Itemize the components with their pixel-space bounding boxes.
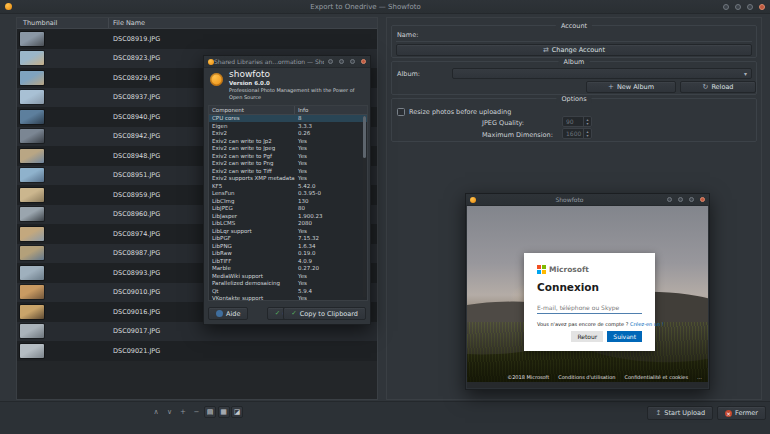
back-button[interactable]: Retour xyxy=(571,331,603,342)
component-row[interactable]: Exiv2 can write to Jp2 Yes xyxy=(209,137,367,145)
change-account-button[interactable]: ⇄ Change Account xyxy=(396,44,752,56)
load-list-button[interactable]: ▤ xyxy=(204,406,216,418)
maximize-button[interactable] xyxy=(747,4,753,10)
column-header-info[interactable]: Info xyxy=(295,107,367,113)
component-row[interactable]: Parallelized demosaicing Yes xyxy=(209,280,367,288)
file-thumbnail xyxy=(20,129,44,143)
footer-link[interactable]: Confidentialité et cookies xyxy=(624,374,688,380)
file-row[interactable]: DSC08919.JPG xyxy=(17,29,377,49)
main-window-title: Export to Onedrive — Showfoto xyxy=(12,3,719,11)
component-info: 1.6.34 xyxy=(295,243,367,249)
save-list-button[interactable]: ▦ xyxy=(218,406,230,418)
spinner-arrows-icon[interactable]: ▴▾ xyxy=(583,129,591,138)
component-row[interactable]: Exiv2 supports XMP metadata Yes xyxy=(209,175,367,183)
move-up-button[interactable]: ∧ xyxy=(150,406,162,418)
component-row[interactable]: Exiv2 0.26 xyxy=(209,130,367,138)
close-button[interactable] xyxy=(700,197,705,202)
maximize-button[interactable] xyxy=(689,197,694,202)
help-button[interactable] xyxy=(667,197,672,202)
jpeg-quality-value: 90 xyxy=(563,118,583,125)
main-titlebar[interactable]: Export to Onedrive — Showfoto xyxy=(0,0,770,14)
clear-list-button[interactable]: ◪ xyxy=(231,406,243,418)
help-button[interactable] xyxy=(723,4,729,10)
help-aide-button[interactable]: Aide xyxy=(208,307,248,320)
component-row[interactable]: VKontakte support Yes xyxy=(209,295,367,303)
file-row[interactable]: DSC09021.JPG xyxy=(17,341,377,361)
new-album-button[interactable]: + New Album xyxy=(586,81,676,93)
minimize-button[interactable] xyxy=(735,4,741,10)
component-row[interactable]: Exiv2 can write to Tiff Yes xyxy=(209,167,367,175)
thumbnail-cell xyxy=(17,266,109,280)
component-row[interactable]: LensFun 0.3.95-0 xyxy=(209,190,367,198)
album-label: Album: xyxy=(397,70,420,78)
signup-text: Vous n'avez pas encore de compte ? xyxy=(537,321,628,327)
scrollbar-thumb[interactable] xyxy=(363,116,366,158)
file-name: DSC08937.JPG xyxy=(109,93,160,101)
jpeg-quality-spinner[interactable]: 90 ▴▾ xyxy=(562,116,592,127)
email-input[interactable] xyxy=(537,302,642,314)
component-row[interactable]: LibJasper 1.900.23 xyxy=(209,212,367,220)
fermer-button[interactable]: × Fermer xyxy=(717,406,766,420)
next-button[interactable]: Suivant xyxy=(607,331,642,342)
component-row[interactable]: LibPNG 1.6.34 xyxy=(209,242,367,250)
component-row[interactable]: Exiv2 can write to Jpeg Yes xyxy=(209,145,367,153)
export-to-onedrive-window: Export to Onedrive — Showfoto Thumbnail … xyxy=(0,0,770,434)
add-item-button[interactable]: + xyxy=(177,406,189,418)
minimize-button[interactable] xyxy=(678,197,683,202)
reload-icon: ↻ xyxy=(703,84,709,91)
table-scrollbar[interactable] xyxy=(363,116,366,298)
file-name: DSC08960.JPG xyxy=(109,210,160,218)
max-dimension-spinner[interactable]: 1600 ▴▾ xyxy=(562,128,592,139)
component-row[interactable]: LibJPEG 80 xyxy=(209,205,367,213)
resize-checkbox[interactable] xyxy=(397,108,405,116)
close-button[interactable] xyxy=(759,4,765,10)
component-info: 80 xyxy=(295,205,367,211)
component-row[interactable]: LibTIFF 4.0.9 xyxy=(209,257,367,265)
component-info: 3.3.3 xyxy=(295,123,367,129)
footer-link[interactable]: Conditions d'utilisation xyxy=(558,374,615,380)
component-info: Yes xyxy=(295,228,367,234)
maximize-button[interactable] xyxy=(350,59,355,64)
component-row[interactable]: LibLCMS 2080 xyxy=(209,220,367,228)
file-name: DSC08951.JPG xyxy=(109,171,160,179)
close-button[interactable] xyxy=(361,59,366,64)
move-down-button[interactable]: ∨ xyxy=(164,406,176,418)
file-name: DSC08942.JPG xyxy=(109,132,160,140)
remove-item-button[interactable]: − xyxy=(191,406,203,418)
component-row[interactable]: KF5 5.42.0 xyxy=(209,182,367,190)
ms-window-titlebar[interactable]: Showfoto xyxy=(466,194,709,206)
component-info: 5.42.0 xyxy=(295,183,367,189)
component-row[interactable]: Qt 5.9.4 xyxy=(209,287,367,295)
spinner-arrows-icon[interactable]: ▴▾ xyxy=(583,117,591,126)
column-header-filename[interactable]: File Name xyxy=(109,19,377,27)
component-info: Yes xyxy=(295,168,367,174)
component-row[interactable]: LibPGF 7.15.32 xyxy=(209,235,367,243)
start-upload-button[interactable]: ↥ Start Upload xyxy=(647,406,713,420)
file-name: DSC08987.JPG xyxy=(109,249,160,257)
footer-link[interactable]: ©2018 Microsoft xyxy=(507,374,549,380)
copy-to-clipboard-button[interactable]: ✓ Copy to Clipboard xyxy=(283,307,366,320)
component-row[interactable]: MediaWiki support Yes xyxy=(209,272,367,280)
component-row[interactable]: LibCImg 130 xyxy=(209,197,367,205)
components-table-body: CPU cores 8 Eigen 3.3.3 Exiv2 0.26 Exiv2… xyxy=(209,115,367,303)
component-row[interactable]: Exiv2 can write to Pgf Yes xyxy=(209,152,367,160)
help-button[interactable] xyxy=(328,59,333,64)
album-combobox[interactable]: ▾ xyxy=(452,68,752,79)
component-row[interactable]: Exiv2 can write to Png Yes xyxy=(209,160,367,168)
thumbnail-cell xyxy=(17,110,109,124)
component-row[interactable]: Marble 0.27.20 xyxy=(209,265,367,273)
column-header-thumbnail[interactable]: Thumbnail xyxy=(17,18,109,28)
signup-link[interactable]: Créez-en un ! xyxy=(630,321,664,327)
reload-button[interactable]: ↻ Reload xyxy=(680,81,756,93)
component-row[interactable]: CPU cores 8 xyxy=(209,115,367,123)
main-window-controls xyxy=(723,4,765,10)
component-info: 0.26 xyxy=(295,130,367,136)
about-dialog-titlebar[interactable]: Shared Libraries an...ormation — Showfot… xyxy=(204,56,370,68)
component-row[interactable]: LibLqr support Yes xyxy=(209,227,367,235)
minimize-button[interactable] xyxy=(339,59,344,64)
max-dimension-value: 1600 xyxy=(563,130,583,137)
column-header-component[interactable]: Component xyxy=(209,106,295,114)
footer-link[interactable]: … xyxy=(697,374,702,380)
component-row[interactable]: LibRaw 0.19.0 xyxy=(209,250,367,258)
component-row[interactable]: Eigen 3.3.3 xyxy=(209,122,367,130)
